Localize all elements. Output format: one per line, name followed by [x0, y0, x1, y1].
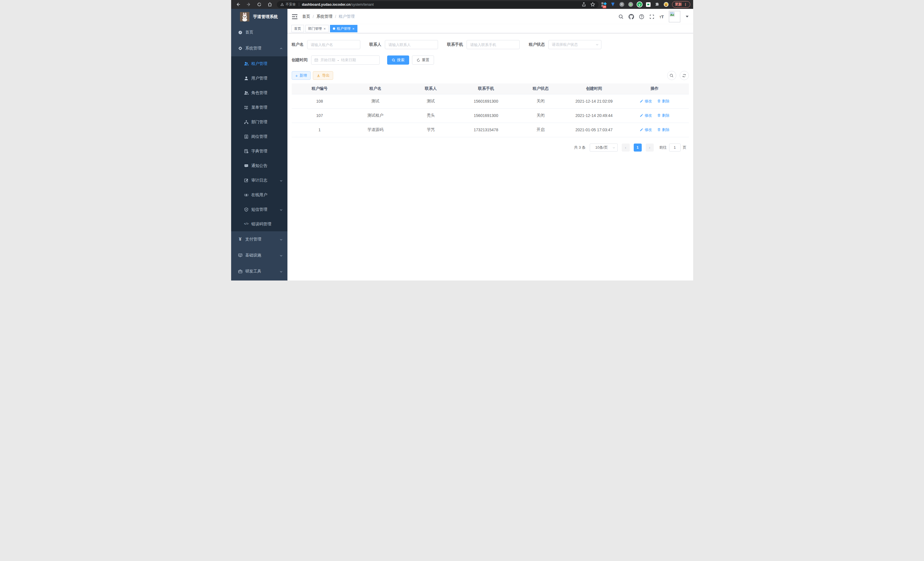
- edit-link[interactable]: 修改: [640, 113, 652, 118]
- delete-link[interactable]: 删除: [657, 127, 669, 132]
- next-page-button[interactable]: ›: [646, 144, 654, 152]
- download-icon: [316, 74, 320, 77]
- chevron-left-icon: ‹: [625, 145, 626, 150]
- page-size-select[interactable]: 10条/页: [590, 144, 618, 152]
- home-icon[interactable]: [267, 2, 272, 7]
- status-select[interactable]: 请选择租户状态: [548, 40, 602, 49]
- toggle-search-button[interactable]: [667, 71, 676, 80]
- url-text[interactable]: dashboard.yudao.iocoder.cn/system/tenant: [302, 3, 579, 7]
- tenant-name-input[interactable]: [307, 40, 360, 49]
- search-icon[interactable]: [618, 14, 624, 20]
- tenant-page: 租户名 联系人 联系手机 租户状态 请选择租户状态: [287, 33, 693, 281]
- extension-dot-icon[interactable]: [628, 2, 633, 7]
- extension-green-y-icon[interactable]: y: [637, 2, 642, 7]
- trash-icon: [657, 114, 661, 117]
- security-chip[interactable]: 不安全: [280, 2, 296, 7]
- calendar-icon: [314, 58, 318, 62]
- breadcrumb-separator: /: [335, 14, 336, 19]
- chrome-update-button[interactable]: 更新 ⋮: [672, 1, 690, 8]
- breadcrumb-home[interactable]: 首页: [302, 14, 310, 19]
- tab-dept[interactable]: 部门管理 ×: [305, 25, 329, 32]
- reset-button[interactable]: 重置: [412, 56, 434, 65]
- forward-icon[interactable]: [246, 2, 251, 7]
- bookmark-star-icon[interactable]: [590, 2, 595, 7]
- extension-chat-icon[interactable]: [646, 2, 651, 7]
- create-time-range-picker[interactable]: 开始日期 - 结束日期: [311, 56, 380, 65]
- export-button[interactable]: 导出: [313, 71, 333, 80]
- sidebar-item-errcode[interactable]: </> 错误码管理: [231, 217, 287, 231]
- chrome-menu-icon[interactable]: ⋮: [684, 2, 687, 7]
- sidebar-item-menu[interactable]: 菜单管理: [231, 100, 287, 115]
- col-contact: 联系人: [403, 83, 458, 94]
- extension-command-icon[interactable]: ⌘: [619, 2, 624, 7]
- sidebar-item-system[interactable]: 系统管理: [231, 40, 287, 56]
- sidebar-item-sms[interactable]: 短信管理: [231, 202, 287, 217]
- status-label: 租户状态: [529, 42, 545, 47]
- prev-page-button[interactable]: ‹: [622, 144, 630, 152]
- sidebar-item-label: 角色管理: [251, 90, 267, 96]
- search-icon: [669, 74, 674, 78]
- delete-link[interactable]: 删除: [657, 113, 669, 118]
- sidebar-item-user[interactable]: 用户管理: [231, 71, 287, 86]
- browser-toolbar: 不安全 dashboard.yudao.iocoder.cn/system/te…: [231, 0, 693, 9]
- font-size-icon[interactable]: TT: [659, 14, 664, 19]
- chevron-down-icon: [612, 146, 615, 149]
- broken-image-icon: [670, 12, 675, 17]
- sidebar-item-infra[interactable]: 基础设施: [231, 247, 287, 263]
- extension-grid-icon[interactable]: 10: [602, 2, 607, 7]
- share-icon[interactable]: [581, 2, 586, 7]
- sidebar-item-online-users[interactable]: 在线用户: [231, 188, 287, 202]
- sidebar-item-home[interactable]: 首页: [231, 24, 287, 40]
- sidebar-item-tenant[interactable]: 租户管理: [231, 56, 287, 71]
- address-bar[interactable]: 不安全 dashboard.yudao.iocoder.cn/system/te…: [277, 1, 599, 8]
- breadcrumb: 首页 / 系统管理 / 租户管理: [302, 14, 355, 19]
- sidebar-item-label: 用户管理: [251, 76, 267, 81]
- tab-tenant[interactable]: 租户管理 ×: [330, 25, 357, 32]
- extension-kite-icon[interactable]: [610, 2, 615, 7]
- avatar[interactable]: [669, 11, 680, 22]
- refresh-button[interactable]: [680, 71, 689, 80]
- users-icon: [244, 61, 249, 66]
- refresh-icon: [682, 74, 686, 78]
- cell-contact: 秃头: [403, 108, 458, 123]
- phone-input[interactable]: [466, 40, 520, 49]
- tree-table-icon: [244, 105, 249, 110]
- sidebar-item-devtools[interactable]: 研发工具: [231, 263, 287, 279]
- back-icon[interactable]: [236, 2, 241, 7]
- col-tenant-id: 租户编号: [292, 83, 348, 94]
- sidebar-item-label: 审计日志: [251, 178, 267, 183]
- sidebar-item-notice[interactable]: 通知公告: [231, 158, 287, 173]
- sidebar-item-audit-log[interactable]: 审计日志: [231, 173, 287, 188]
- sidebar-item-role[interactable]: 角色管理: [231, 86, 287, 100]
- sidebar-item-post[interactable]: 岗位管理: [231, 129, 287, 144]
- avatar-dropdown-caret-icon[interactable]: [686, 16, 688, 17]
- app-logo-block[interactable]: 芋道管理系统: [231, 9, 287, 24]
- delete-link[interactable]: 删除: [657, 99, 669, 104]
- fullscreen-icon[interactable]: [649, 14, 655, 20]
- add-button[interactable]: + 新增: [292, 71, 311, 80]
- cell-contact: 芋艿: [403, 123, 458, 137]
- breadcrumb-system[interactable]: 系统管理: [316, 14, 332, 19]
- page-size-value: 10条/页: [595, 145, 608, 150]
- sidebar-item-payment[interactable]: ¥ 支付管理: [231, 231, 287, 247]
- total-count: 共 3 条: [574, 145, 585, 150]
- github-icon[interactable]: [628, 14, 634, 20]
- edit-link[interactable]: 修改: [640, 99, 652, 104]
- goto-page-input[interactable]: [669, 144, 681, 152]
- close-icon[interactable]: ×: [352, 27, 355, 31]
- help-icon[interactable]: [639, 14, 644, 20]
- sidebar-item-dict[interactable]: 字典管理: [231, 144, 287, 158]
- sidebar-fold-icon[interactable]: [292, 14, 297, 19]
- search-button[interactable]: 搜索: [387, 56, 409, 65]
- sidebar-item-dept[interactable]: 部门管理: [231, 115, 287, 129]
- current-page[interactable]: 1: [634, 144, 642, 152]
- trash-icon: [657, 99, 661, 103]
- close-icon[interactable]: ×: [324, 27, 326, 31]
- pagination: 共 3 条 10条/页 ‹ 1 › 前往 页: [292, 144, 689, 152]
- extension-emoji-icon[interactable]: [663, 2, 669, 7]
- contact-input[interactable]: [385, 40, 438, 49]
- edit-link[interactable]: 修改: [640, 127, 652, 132]
- tab-home[interactable]: 首页: [291, 25, 304, 32]
- extension-puzzle-icon[interactable]: [655, 2, 660, 7]
- reload-icon[interactable]: [257, 2, 262, 7]
